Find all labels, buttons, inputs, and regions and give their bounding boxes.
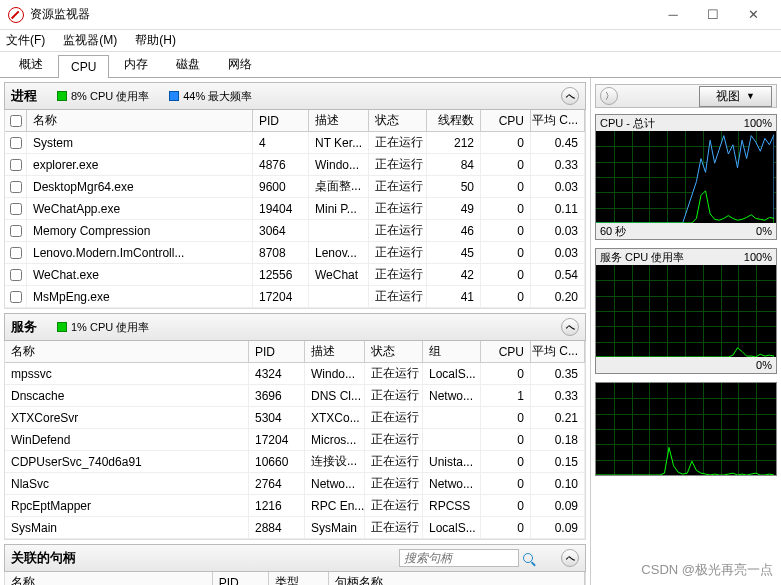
col-cpu[interactable]: CPU bbox=[481, 110, 531, 131]
table-row[interactable]: WeChatApp.exe 19404 Mini P... 正在运行 49 0 … bbox=[5, 198, 585, 220]
services-table: 名称 PID 描述 状态 组 CPU 平均 C... mpssvc 4324 W… bbox=[4, 341, 586, 540]
expand-icon[interactable]: 〉 bbox=[600, 87, 618, 105]
col-handle-name[interactable]: 句柄名称 bbox=[329, 572, 585, 585]
select-all-checkbox[interactable] bbox=[10, 115, 22, 127]
col-avg[interactable]: 平均 C... bbox=[531, 110, 585, 131]
processes-table: 名称 PID 描述 状态 线程数 CPU 平均 C... System 4 NT… bbox=[4, 110, 586, 309]
table-row[interactable]: WinDefend 17204 Micros... 正在运行 0 0.18 bbox=[5, 429, 585, 451]
row-checkbox[interactable] bbox=[10, 269, 22, 281]
processes-title: 进程 bbox=[11, 87, 37, 105]
col-pid[interactable]: PID bbox=[249, 341, 305, 362]
dropdown-icon: ▼ bbox=[746, 91, 755, 101]
legend-blue-icon bbox=[169, 91, 179, 101]
collapse-icon[interactable]: へ bbox=[561, 87, 579, 105]
search-icon[interactable] bbox=[523, 553, 533, 563]
table-row[interactable]: Memory Compression 3064 正在运行 46 0 0.03 bbox=[5, 220, 585, 242]
col-pid[interactable]: PID bbox=[213, 572, 269, 585]
services-header[interactable]: 服务 1% CPU 使用率 へ bbox=[4, 313, 586, 341]
close-button[interactable]: ✕ bbox=[733, 0, 773, 30]
collapse-icon[interactable]: へ bbox=[561, 549, 579, 567]
minimize-button[interactable]: ─ bbox=[653, 0, 693, 30]
table-row[interactable]: Lenovo.Modern.ImControll... 8708 Lenov..… bbox=[5, 242, 585, 264]
menu-monitor[interactable]: 监视器(M) bbox=[61, 32, 119, 49]
row-checkbox[interactable] bbox=[10, 247, 22, 259]
tab-disk[interactable]: 磁盘 bbox=[163, 51, 213, 77]
chart-3 bbox=[595, 382, 777, 476]
menu-help[interactable]: 帮助(H) bbox=[133, 32, 178, 49]
table-row[interactable]: MsMpEng.exe 17204 正在运行 41 0 0.20 bbox=[5, 286, 585, 308]
table-row[interactable]: mpssvc 4324 Windo... 正在运行 LocalS... 0 0.… bbox=[5, 363, 585, 385]
menubar: 文件(F) 监视器(M) 帮助(H) bbox=[0, 30, 781, 52]
table-row[interactable]: SysMain 2884 SysMain 正在运行 LocalS... 0 0.… bbox=[5, 517, 585, 539]
col-group[interactable]: 组 bbox=[423, 341, 481, 362]
col-name[interactable]: 名称 bbox=[5, 341, 249, 362]
table-row[interactable]: XTXCoreSvr 5304 XTXCo... 正在运行 0 0.21 bbox=[5, 407, 585, 429]
row-checkbox[interactable] bbox=[10, 159, 22, 171]
maximize-button[interactable]: ☐ bbox=[693, 0, 733, 30]
processes-thead: 名称 PID 描述 状态 线程数 CPU 平均 C... bbox=[5, 110, 585, 132]
window-title: 资源监视器 bbox=[30, 6, 90, 23]
handles-table: 名称 PID 类型 句柄名称 bbox=[4, 572, 586, 585]
table-row[interactable]: RpcEptMapper 1216 RPC En... 正在运行 RPCSS 0… bbox=[5, 495, 585, 517]
table-row[interactable]: System 4 NT Ker... 正在运行 212 0 0.45 bbox=[5, 132, 585, 154]
col-desc[interactable]: 描述 bbox=[305, 341, 365, 362]
col-threads[interactable]: 线程数 bbox=[427, 110, 481, 131]
chart-service-cpu: 服务 CPU 使用率100% 0% bbox=[595, 248, 777, 374]
row-checkbox[interactable] bbox=[10, 291, 22, 303]
col-status[interactable]: 状态 bbox=[369, 110, 427, 131]
col-cpu[interactable]: CPU bbox=[481, 341, 531, 362]
chart-cpu-total: CPU - 总计100% 60 秒0% bbox=[595, 114, 777, 240]
col-avg[interactable]: 平均 C... bbox=[531, 341, 585, 362]
view-button[interactable]: 视图▼ bbox=[699, 86, 772, 107]
table-row[interactable]: WeChat.exe 12556 WeChat 正在运行 42 0 0.54 bbox=[5, 264, 585, 286]
table-row[interactable]: explorer.exe 4876 Windo... 正在运行 84 0 0.3… bbox=[5, 154, 585, 176]
tab-network[interactable]: 网络 bbox=[215, 51, 265, 77]
processes-header[interactable]: 进程 8% CPU 使用率 44% 最大频率 へ bbox=[4, 82, 586, 110]
col-pid[interactable]: PID bbox=[253, 110, 309, 131]
table-row[interactable]: NlaSvc 2764 Netwo... 正在运行 Netwo... 0 0.1… bbox=[5, 473, 585, 495]
titlebar: 资源监视器 ─ ☐ ✕ bbox=[0, 0, 781, 30]
app-icon bbox=[8, 7, 24, 23]
search-handles-input[interactable] bbox=[399, 549, 519, 567]
tab-strip: 概述 CPU 内存 磁盘 网络 bbox=[0, 52, 781, 78]
tab-cpu[interactable]: CPU bbox=[58, 55, 109, 78]
col-status[interactable]: 状态 bbox=[365, 341, 423, 362]
table-row[interactable]: CDPUserSvc_740d6a91 10660 连接设... 正在运行 Un… bbox=[5, 451, 585, 473]
table-row[interactable]: DesktopMgr64.exe 9600 桌面整... 正在运行 50 0 0… bbox=[5, 176, 585, 198]
row-checkbox[interactable] bbox=[10, 203, 22, 215]
col-name[interactable]: 名称 bbox=[5, 572, 213, 585]
col-name[interactable]: 名称 bbox=[27, 110, 253, 131]
col-type[interactable]: 类型 bbox=[269, 572, 329, 585]
tab-memory[interactable]: 内存 bbox=[111, 51, 161, 77]
row-checkbox[interactable] bbox=[10, 225, 22, 237]
menu-file[interactable]: 文件(F) bbox=[4, 32, 47, 49]
right-toolbar: 〉 视图▼ bbox=[595, 84, 777, 108]
handles-header[interactable]: 关联的句柄 へ bbox=[4, 544, 586, 572]
collapse-icon[interactable]: へ bbox=[561, 318, 579, 336]
watermark: CSDN @极光再亮一点 bbox=[641, 561, 773, 579]
row-checkbox[interactable] bbox=[10, 137, 22, 149]
table-row[interactable]: Dnscache 3696 DNS Cl... 正在运行 Netwo... 1 … bbox=[5, 385, 585, 407]
legend-green-icon bbox=[57, 91, 67, 101]
legend-green-icon bbox=[57, 322, 67, 332]
services-title: 服务 bbox=[11, 318, 37, 336]
col-desc[interactable]: 描述 bbox=[309, 110, 369, 131]
row-checkbox[interactable] bbox=[10, 181, 22, 193]
handles-title: 关联的句柄 bbox=[11, 549, 76, 567]
tab-overview[interactable]: 概述 bbox=[6, 51, 56, 77]
